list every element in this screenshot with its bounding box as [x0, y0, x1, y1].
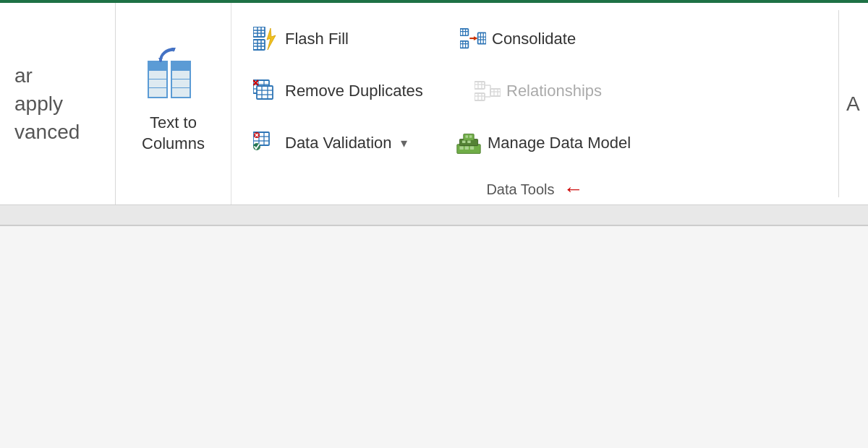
ribbon-row-1: Flash Fill: [246, 14, 824, 64]
flash-fill-icon: [253, 26, 279, 52]
text-to-columns-icon: [148, 53, 200, 105]
ribbon-rows: Flash Fill: [231, 9, 838, 173]
remove-duplicates-icon: [253, 78, 279, 104]
section-label-row: Data Tools ←: [231, 173, 838, 207]
manage-data-model-label: Manage Data Model: [488, 134, 631, 152]
svg-marker-0: [158, 58, 163, 62]
data-validation-label: Data Validation: [285, 134, 392, 152]
text-to-columns-label-line2: Columns: [142, 134, 205, 152]
consolidate-label: Consolidate: [492, 30, 576, 48]
svg-rect-66: [464, 134, 474, 140]
remove-duplicates-button[interactable]: Remove Duplicates: [246, 74, 448, 108]
svg-rect-40: [475, 82, 485, 89]
svg-rect-73: [469, 135, 472, 138]
red-arrow-icon: ←: [563, 178, 584, 201]
right-partial-text: A: [846, 92, 861, 116]
relationships-button[interactable]: Relationships: [467, 74, 655, 108]
svg-rect-7: [253, 40, 265, 50]
relationships-label: Relationships: [506, 82, 602, 100]
relationships-icon: [475, 78, 501, 104]
data-tools-section-label: Data Tools: [486, 181, 554, 198]
svg-rect-68: [465, 147, 469, 150]
ribbon-container: ar apply vanced: [0, 0, 868, 225]
right-partial-section: A: [839, 3, 868, 204]
svg-rect-69: [470, 147, 474, 150]
consolidate-button[interactable]: Consolidate: [453, 22, 626, 56]
spreadsheet-area: [0, 225, 868, 448]
left-text-vanced: vanced: [14, 118, 101, 146]
ribbon-row-3: Data Validation ▾: [246, 119, 824, 168]
data-tools-section: Flash Fill: [231, 3, 838, 204]
text-to-columns-button[interactable]: Text to Columns: [116, 3, 231, 204]
svg-rect-70: [462, 140, 466, 143]
sync-arrow-icon: [156, 48, 191, 69]
consolidate-icon: [460, 26, 486, 52]
manage-data-model-button[interactable]: Manage Data Model: [448, 126, 665, 160]
svg-rect-23: [478, 33, 486, 43]
ribbon-row-2: Remove Duplicates: [246, 66, 824, 116]
svg-rect-2: [253, 27, 265, 37]
ribbon-separator-band: [0, 205, 868, 225]
svg-rect-51: [490, 89, 501, 96]
data-validation-icon: [253, 131, 279, 155]
manage-data-model-icon: [456, 130, 482, 156]
ribbon-bar: ar apply vanced: [0, 3, 868, 205]
svg-rect-13: [460, 29, 468, 35]
flash-fill-label: Flash Fill: [285, 30, 349, 48]
flash-fill-button[interactable]: Flash Fill: [246, 22, 405, 56]
remove-duplicates-label: Remove Duplicates: [285, 82, 423, 100]
data-validation-dropdown-arrow[interactable]: ▾: [401, 135, 407, 151]
text-to-columns-label-line1: Text to: [150, 113, 197, 132]
svg-rect-72: [466, 135, 469, 138]
left-text-apply: apply: [14, 90, 101, 118]
data-validation-button[interactable]: Data Validation ▾: [246, 126, 434, 160]
left-text-ar: ar: [14, 61, 101, 90]
svg-rect-33: [257, 86, 273, 99]
svg-marker-12: [267, 28, 276, 50]
left-section: ar apply vanced: [0, 3, 116, 204]
svg-rect-46: [475, 93, 485, 100]
svg-marker-22: [474, 36, 478, 40]
svg-rect-71: [467, 140, 471, 143]
svg-rect-17: [460, 41, 468, 48]
svg-rect-67: [459, 147, 463, 150]
